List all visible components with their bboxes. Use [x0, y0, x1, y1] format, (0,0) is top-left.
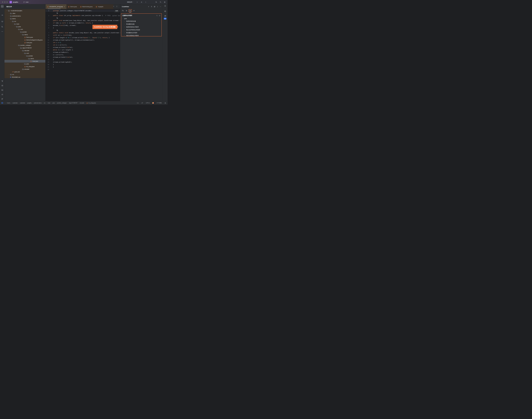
- caret-position[interactable]: 1:1: [137, 102, 139, 104]
- window-close-button[interactable]: [2, 1, 3, 3]
- structure-tool-button[interactable]: [1, 25, 4, 28]
- code-line[interactable]: [46, 17, 120, 19]
- chevron-right-icon[interactable]: [8, 13, 10, 14]
- tree-row[interactable]: jsoniter: [4, 31, 45, 33]
- editor-tab[interactable]: Demo.java: [66, 4, 79, 9]
- breadcrumb-item[interactable]: › main: [46, 102, 51, 104]
- minimize-icon[interactable]: [160, 6, 161, 7]
- tree-row[interactable]: com: [4, 52, 45, 54]
- chevron-down-icon[interactable]: [22, 53, 24, 54]
- refresh-icon[interactable]: [159, 15, 160, 16]
- breadcrumb-item[interactable]: › coderider: [10, 102, 18, 104]
- breadcrumb-item[interactable]: › java: [51, 102, 55, 104]
- code-line[interactable]: 10 stream.writeArrayStart(); stream.writ…: [46, 39, 120, 41]
- devops-category-row[interactable]: 指派给我的合并请求: [122, 26, 160, 28]
- code-line[interactable]: 7 public static void encode_(java.lang.O…: [46, 31, 120, 34]
- chevron-down-icon[interactable]: [24, 55, 26, 56]
- editor-options-button[interactable]: [116, 6, 118, 7]
- code-line[interactable]: [46, 29, 120, 31]
- breadcrumb-item[interactable]: › Users: [5, 102, 10, 104]
- project-panel-header[interactable]: 项目文件: [4, 4, 45, 9]
- tree-row[interactable]: com: [4, 28, 45, 31]
- view-options-icon[interactable]: [156, 15, 158, 16]
- quick-actions-tab-button[interactable]: [133, 10, 135, 12]
- folded-comment-icon[interactable]: [57, 17, 58, 19]
- chevron-down-icon[interactable]: [6, 10, 8, 11]
- notifications-button[interactable]: [164, 5, 166, 7]
- code-line[interactable]: 1 package jsoniter_codegen.cfg1173796797…: [46, 10, 120, 12]
- tree-row[interactable]: demo: [4, 57, 45, 60]
- editor-tab[interactable]: MainActivity.java: [79, 4, 94, 9]
- tree-row[interactable]: jsoniter: [4, 54, 45, 57]
- code-line[interactable]: 20 }: [46, 63, 120, 66]
- code-line[interactable]: 15 stream.writeMore();: [46, 51, 120, 53]
- chevron-down-icon[interactable]: [18, 31, 20, 33]
- code-with-me-button[interactable]: [155, 1, 157, 3]
- tree-row[interactable]: DemoCodegenConfig.java: [4, 39, 45, 41]
- code-line[interactable]: 4 if (obj == null) { stream.writeNull();…: [46, 22, 120, 24]
- file-encoding[interactable]: UTF-8: [146, 102, 149, 104]
- chevron-right-icon[interactable]: [8, 15, 10, 17]
- code-line[interactable]: 14 while (i < arr.length) {: [46, 49, 120, 51]
- tree-row[interactable]: decoder: [4, 49, 45, 52]
- tree-row[interactable]: android-demo: [4, 15, 45, 17]
- tree-row[interactable]: int_array.java: [4, 65, 45, 68]
- chevron-down-icon[interactable]: [16, 29, 18, 30]
- close-icon[interactable]: ×: [64, 6, 65, 8]
- chevron-down-icon[interactable]: [16, 45, 18, 46]
- debug-button[interactable]: [140, 1, 143, 3]
- window-controls[interactable]: [2, 1, 8, 3]
- problems-tool-button[interactable]: [1, 93, 4, 96]
- tree-row[interactable]: src: [4, 20, 45, 23]
- tree-row[interactable]: java: [4, 63, 45, 65]
- code-line[interactable]: 19 stream.writeArrayEnd();: [46, 61, 120, 63]
- code-line[interactable]: 21 }: [46, 66, 120, 68]
- coderider-status-icon[interactable]: [152, 102, 154, 104]
- breadcrumb-item[interactable]: › javajihu: [25, 102, 32, 104]
- tree-row[interactable]: Demo.java: [4, 36, 45, 39]
- unlock-icon[interactable]: [164, 102, 166, 104]
- tree-row[interactable]: src: [4, 73, 45, 76]
- code-line[interactable]: [46, 12, 120, 14]
- chat-tab-button[interactable]: [122, 10, 124, 12]
- tree-row[interactable]: jsoniter_codegen: [4, 44, 45, 47]
- breadcrumb-item[interactable]: › src: [42, 102, 46, 104]
- project-color-icon[interactable]: [1, 102, 3, 104]
- chevron-right-icon[interactable]: [22, 63, 24, 65]
- chevron-down-icon[interactable]: [8, 18, 10, 19]
- devops-tab-button[interactable]: [129, 9, 132, 12]
- tree-row[interactable]: User.java: [4, 41, 45, 44]
- code-line[interactable]: 16 e = arr[i++];: [46, 53, 120, 56]
- breadcrumb-item[interactable]: › encoder: [78, 102, 84, 104]
- build-tool-button[interactable]: [1, 79, 4, 82]
- kebab-menu-icon[interactable]: [157, 6, 158, 7]
- chevron-down-icon[interactable]: [14, 26, 16, 27]
- run-configuration-selector[interactable]: 当前文件: [127, 1, 134, 3]
- breadcrumb-item[interactable]: › jsoniter_codegen: [55, 102, 67, 104]
- ai-assistant-button[interactable]: [164, 10, 166, 12]
- search-everywhere-button[interactable]: [159, 1, 162, 3]
- tree-row[interactable]: ~/coderider/javajihu: [4, 9, 45, 12]
- code-line[interactable]: 8 int[] arr = (int[])obj;: [46, 34, 120, 36]
- mermaid-tool-button[interactable]: m: [164, 15, 166, 17]
- terminal-tool-button[interactable]: [1, 89, 4, 92]
- tree-row[interactable]: main: [4, 23, 45, 25]
- settings-button[interactable]: [163, 1, 166, 3]
- tab-list-dropdown-button[interactable]: [113, 6, 115, 7]
- edit-icon[interactable]: [154, 6, 155, 7]
- tree-row[interactable]: M↓ README.md: [4, 76, 45, 78]
- devops-category-row[interactable]: 项目全部的合并请求: [122, 34, 160, 37]
- coderider-badge-button[interactable]: (/): [164, 18, 167, 20]
- folded-comment-icon[interactable]: [57, 30, 58, 31]
- breadcrumb-item[interactable]: › coderider: [18, 102, 25, 104]
- project-group-row[interactable]: java: [122, 17, 160, 20]
- window-zoom-button[interactable]: [6, 1, 8, 3]
- devops-category-row[interactable]: 指派给我的议题: [122, 20, 160, 23]
- tree-row[interactable]: User.java: [4, 60, 45, 63]
- services-tool-button[interactable]: [1, 84, 4, 87]
- code-line[interactable]: 12 int e = arr[i++];: [46, 44, 120, 46]
- editor-tab[interactable]: encoder/int_array.java ×: [46, 4, 66, 9]
- breadcrumb-item[interactable]: › cfg1173796797: [67, 102, 78, 104]
- tree-row[interactable]: java: [4, 25, 45, 28]
- tree-row[interactable]: demo: [4, 17, 45, 20]
